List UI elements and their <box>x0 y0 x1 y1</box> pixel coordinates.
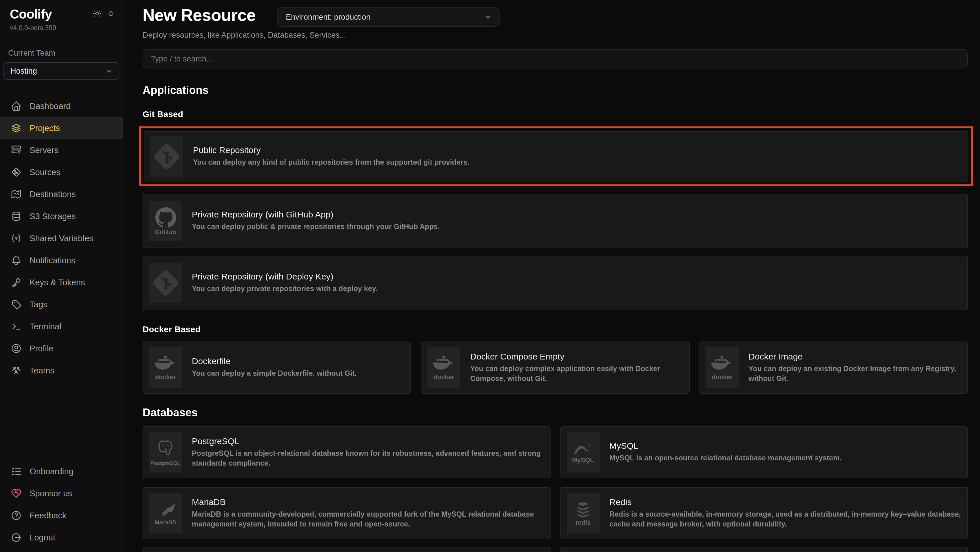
coolify-app: Coolify v4.0.0-beta.399 Current Team Hos… <box>0 0 980 552</box>
sidebar-item-label: Profile <box>30 344 53 353</box>
mysql-logo: MySQL <box>566 432 600 472</box>
server-icon <box>10 144 22 156</box>
sidebar-item-label: Shared Variables <box>30 234 93 243</box>
current-team-label: Current Team <box>0 31 123 57</box>
sidebar-item-label: Feedback <box>30 511 66 520</box>
search-input[interactable] <box>143 49 968 69</box>
user-circle-icon <box>10 343 22 354</box>
sidebar-nav: Dashboard Projects Servers Sources Desti… <box>0 95 123 381</box>
card-dockerfile[interactable]: docker Dockerfile You can deploy a simpl… <box>143 341 411 394</box>
theme-selector-chevrons-icon[interactable] <box>107 9 115 20</box>
sidebar-item-notifications[interactable]: Notifications <box>0 249 123 271</box>
theme-controls <box>92 8 115 21</box>
heart-hands-icon <box>10 488 22 499</box>
sidebar-item-logout[interactable]: Logout <box>0 526 123 549</box>
card-private-repository-deploy-key[interactable]: Private Repository (with Deploy Key) You… <box>143 256 968 310</box>
sidebar-item-projects[interactable]: Projects <box>0 117 123 139</box>
card-text: Dockerfile You can deploy a simple Docke… <box>192 356 357 379</box>
sidebar-item-shared-variables[interactable]: Shared Variables <box>0 227 123 249</box>
layers-icon <box>10 122 22 134</box>
sidebar-item-label: Servers <box>30 145 59 155</box>
docker-logo: docker <box>427 347 460 388</box>
sidebar-item-feedback[interactable]: Feedback <box>0 504 123 526</box>
theme-sun-icon[interactable] <box>92 8 102 21</box>
sidebar-item-teams[interactable]: Teams <box>0 359 123 381</box>
sidebar-item-label: Sponsor us <box>30 489 72 498</box>
sidebar-item-label: Dashboard <box>30 102 71 111</box>
card-private-repository-github-app[interactable]: GitHub Private Repository (with GitHub A… <box>143 194 968 248</box>
card-text: Public Repository You can deploy any kin… <box>193 145 469 168</box>
postgresql-wordmark: PostgreSQL <box>150 461 181 466</box>
sidebar-item-terminal[interactable]: Terminal <box>0 316 123 337</box>
docker-wordmark: docker <box>712 374 733 380</box>
sidebar-item-s3-storages[interactable]: S3 Storages <box>0 205 123 227</box>
page-header: New Resource Environment: production <box>143 6 968 27</box>
card-docker-compose-empty[interactable]: docker Docker Compose Empty You can depl… <box>421 341 690 394</box>
card-text: Docker Compose Empty You can deploy comp… <box>470 351 683 384</box>
docker-logo: docker <box>706 347 739 388</box>
sidebar-item-tags[interactable]: Tags <box>0 294 123 316</box>
card-docker-image[interactable]: docker Docker Image You can deploy an ex… <box>699 341 968 394</box>
git-cards: Public Repository You can deploy any kin… <box>143 126 968 310</box>
mariadb-wordmark: MariaDB <box>155 520 176 525</box>
card-public-repository[interactable]: Public Repository You can deploy any kin… <box>144 131 969 182</box>
environment-select-value: Environment: production <box>286 13 371 21</box>
sidebar-item-servers[interactable]: Servers <box>0 139 123 161</box>
mysql-wordmark: MySQL <box>572 456 594 463</box>
card-description: You can deploy any kind of public reposi… <box>193 158 469 168</box>
docker-logo: docker <box>149 347 182 388</box>
terminal-icon <box>10 321 22 332</box>
card-description: You can deploy a simple Dockerfile, with… <box>192 369 357 379</box>
card-title: Public Repository <box>193 145 469 155</box>
card-title: Redis <box>609 497 961 506</box>
users-icon <box>10 365 22 376</box>
card-description: PostgreSQL is an object-relational datab… <box>192 448 544 469</box>
git-logo <box>149 263 182 303</box>
home-icon <box>10 100 22 112</box>
card-title: Docker Image <box>748 351 961 361</box>
sidebar-item-label: S3 Storages <box>30 212 76 221</box>
card-mysql[interactable]: MySQL MySQL MySQL is an open-source rela… <box>560 426 968 479</box>
sidebar-item-sources[interactable]: Sources <box>0 161 123 183</box>
card-title: Private Repository (with Deploy Key) <box>192 272 377 281</box>
sidebar-item-destinations[interactable]: Destinations <box>0 183 123 205</box>
card-postgresql[interactable]: PostgreSQL PostgreSQL PostgreSQL is an o… <box>143 426 550 479</box>
brand-row: Coolify <box>0 0 123 22</box>
redis-logo: redis <box>566 493 600 533</box>
chevron-down-icon <box>484 13 492 21</box>
card-description: You can deploy private repositories with… <box>192 284 377 295</box>
team-select[interactable]: Hosting <box>3 62 119 80</box>
sidebar-item-label: Tags <box>30 300 47 309</box>
sidebar-item-dashboard[interactable]: Dashboard <box>0 95 123 117</box>
sidebar-item-label: Teams <box>30 366 54 375</box>
team-select-value: Hosting <box>10 67 37 75</box>
docker-based-heading: Docker Based <box>143 324 968 334</box>
card-title: Private Repository (with GitHub App) <box>192 210 440 219</box>
card-text: Docker Image You can deploy an existing … <box>748 351 961 384</box>
environment-select[interactable]: Environment: production <box>277 7 500 27</box>
github-logo: GitHub <box>149 201 182 241</box>
database-cards: PostgreSQL PostgreSQL PostgreSQL is an o… <box>143 426 968 552</box>
card-partially-visible[interactable] <box>560 547 968 552</box>
card-partially-visible[interactable] <box>143 547 550 552</box>
sidebar-item-label: Keys & Tokens <box>30 278 85 287</box>
search-bar <box>143 49 968 69</box>
card-description: MySQL is an open-source relational datab… <box>609 454 842 464</box>
applications-heading: Applications <box>143 84 968 97</box>
card-redis[interactable]: redis Redis Redis is a source-available,… <box>560 487 968 539</box>
sidebar-item-keys-tokens[interactable]: Keys & Tokens <box>0 271 123 294</box>
databases-heading: Databases <box>143 407 968 419</box>
sidebar-item-profile[interactable]: Profile <box>0 337 123 359</box>
sidebar-item-label: Sources <box>30 168 60 177</box>
page-subtitle: Deploy resources, like Applications, Dat… <box>143 31 968 40</box>
sidebar-item-sponsor-us[interactable]: Sponsor us <box>0 482 123 504</box>
main-content: New Resource Environment: production Dep… <box>123 0 980 552</box>
parentheses-x-icon <box>10 233 22 244</box>
sidebar-footer: Onboarding Sponsor us Feedback Logout <box>0 460 123 549</box>
git-based-heading: Git Based <box>143 109 968 119</box>
sidebar: Coolify v4.0.0-beta.399 Current Team Hos… <box>0 0 123 552</box>
card-mariadb[interactable]: MariaDB MariaDB MariaDB is a community-d… <box>143 487 550 539</box>
github-wordmark: GitHub <box>155 229 176 235</box>
sidebar-item-label: Logout <box>30 533 55 542</box>
sidebar-item-onboarding[interactable]: Onboarding <box>0 460 123 482</box>
